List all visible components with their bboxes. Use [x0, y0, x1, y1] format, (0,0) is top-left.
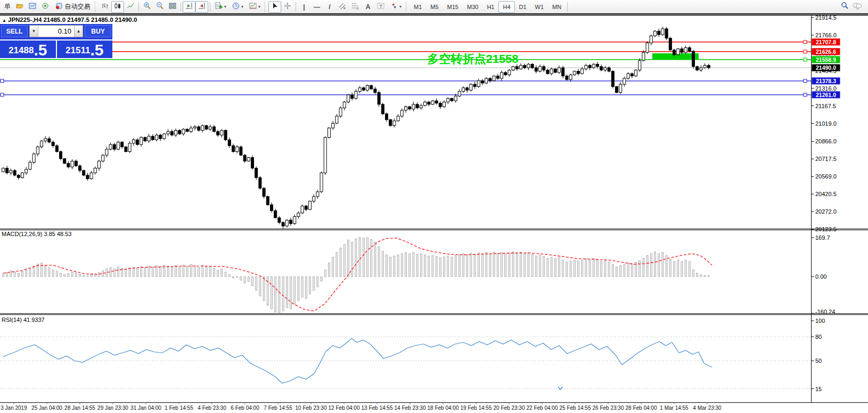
- sell-price[interactable]: 21488.5: [0, 41, 56, 58]
- vertical-line-tool-button[interactable]: |: [298, 1, 310, 13]
- new-order-button[interactable]: 单: [1, 1, 13, 13]
- macd-histogram-bar: [378, 247, 380, 277]
- market-watch-button[interactable]: [26, 1, 39, 13]
- time-tick-label: 7 Feb 14:55: [264, 405, 292, 411]
- data-folder-button[interactable]: [13, 1, 26, 13]
- macd-histogram-bar: [627, 263, 629, 277]
- timeframe-M30[interactable]: M30: [463, 1, 482, 13]
- timeframe-M15[interactable]: M15: [443, 1, 463, 13]
- volume-value[interactable]: 0.10: [38, 26, 74, 37]
- volume-decrease-button[interactable]: ▼: [30, 26, 38, 37]
- macd-histogram-bar: [194, 265, 196, 277]
- candle-body: [205, 126, 208, 129]
- timeframe-H1[interactable]: H1: [482, 1, 498, 13]
- macd-histogram-bar: [562, 260, 564, 277]
- macd-histogram-bar: [420, 254, 422, 277]
- tile-windows-button[interactable]: [166, 1, 179, 13]
- bar-chart-button[interactable]: [99, 1, 111, 13]
- candle-body: [75, 161, 77, 166]
- candle-body: [140, 137, 143, 144]
- macd-histogram-bar: [374, 242, 376, 277]
- buy-price-frac: .5: [90, 44, 103, 56]
- search-button[interactable]: [838, 1, 851, 13]
- timeframe-D1[interactable]: D1: [515, 1, 531, 13]
- macd-histogram-bar: [601, 261, 602, 277]
- macd-histogram-bar: [309, 277, 311, 294]
- candle-body: [259, 177, 261, 188]
- signals-button[interactable]: [39, 1, 52, 13]
- macd-histogram-bar: [428, 256, 430, 277]
- candle-body: [669, 38, 672, 50]
- price-badge: 21558.9: [812, 56, 840, 63]
- candle-body: [684, 47, 687, 52]
- candle-body: [151, 136, 154, 140]
- chart-shift-button[interactable]: [183, 1, 195, 13]
- line-handle[interactable]: [1, 93, 4, 96]
- cursor-tool-button[interactable]: [268, 1, 281, 13]
- candle-body: [309, 201, 312, 210]
- text-label-tool-button[interactable]: T: [374, 1, 387, 13]
- sell-price-frac: .5: [34, 44, 47, 56]
- macd-histogram-bar: [317, 277, 318, 287]
- line-handle[interactable]: [804, 50, 807, 53]
- chart-area[interactable]: 21914.521766.021613.021464.521316.021167…: [0, 0, 868, 413]
- candle-body: [305, 206, 307, 209]
- autotrading-button[interactable]: 自动交易: [52, 1, 93, 13]
- trendline-tool-button[interactable]: /: [323, 1, 336, 13]
- candle-body: [29, 162, 31, 169]
- macd-histogram-bar: [681, 262, 683, 277]
- sell-button[interactable]: SELL: [1, 25, 28, 37]
- candlestick-chart-button[interactable]: [111, 1, 124, 13]
- buy-price[interactable]: 21511.5: [57, 41, 113, 58]
- macd-histogram-bar: [585, 258, 587, 277]
- candle-body: [635, 70, 637, 76]
- macd-histogram-bar: [236, 277, 238, 277]
- indicators-button[interactable]: ▾: [212, 1, 229, 13]
- timeframe-M1[interactable]: M1: [410, 1, 426, 13]
- zoom-out-button[interactable]: [153, 1, 166, 13]
- candle-body: [251, 158, 254, 168]
- line-handle[interactable]: [804, 41, 807, 44]
- macd-histogram-bar: [554, 258, 556, 277]
- chat-button[interactable]: [851, 1, 864, 13]
- crosshair-tool-button[interactable]: [281, 1, 294, 13]
- fibonacci-tool-button[interactable]: F: [349, 1, 362, 13]
- candle-body: [71, 161, 73, 167]
- time-tick-label: 3 Jan 2019: [1, 405, 27, 411]
- macd-histogram-bar: [551, 257, 552, 277]
- macd-histogram-bar: [290, 277, 292, 309]
- line-handle[interactable]: [804, 58, 807, 61]
- macd-histogram-bar: [256, 277, 257, 290]
- line-handle[interactable]: [1, 79, 4, 83]
- templates-button[interactable]: ▾: [246, 1, 263, 13]
- price-tick-label: 21766.0: [815, 32, 837, 38]
- timeframe-MN[interactable]: MN: [548, 1, 566, 13]
- macd-histogram-bar: [677, 260, 679, 277]
- timeframe-H4[interactable]: H4: [498, 1, 514, 13]
- arrows-tool-button[interactable]: ▾: [387, 1, 404, 13]
- macd-histogram-bar: [209, 266, 211, 277]
- line-handle[interactable]: [804, 93, 807, 96]
- periods-button[interactable]: ▾: [229, 1, 246, 13]
- auto-scroll-button[interactable]: [195, 1, 208, 13]
- macd-histogram-bar: [451, 257, 453, 277]
- channel-tool-button[interactable]: E: [336, 1, 349, 13]
- zoom-in-button[interactable]: [141, 1, 153, 13]
- line-chart-button[interactable]: [124, 1, 137, 13]
- zoom-out-icon: [155, 2, 164, 12]
- timeframe-M5[interactable]: M5: [426, 1, 443, 13]
- horizontal-line-tool-button[interactable]: —: [310, 1, 323, 13]
- candle-body: [539, 67, 542, 71]
- macd-histogram-bar: [390, 257, 391, 277]
- line-handle[interactable]: [804, 79, 807, 83]
- timeframe-W1[interactable]: W1: [531, 1, 548, 13]
- volume-increase-button[interactable]: ▲: [74, 26, 83, 37]
- vertical-line-icon: |: [303, 3, 305, 11]
- tile-windows-icon: [168, 2, 177, 12]
- text-tool-button[interactable]: A: [362, 1, 374, 13]
- candle-body: [389, 120, 392, 126]
- candle-body: [520, 66, 522, 69]
- buy-button[interactable]: BUY: [85, 25, 111, 37]
- time-tick-label: 1 Feb 14:55: [165, 405, 193, 411]
- candle-body: [190, 128, 192, 132]
